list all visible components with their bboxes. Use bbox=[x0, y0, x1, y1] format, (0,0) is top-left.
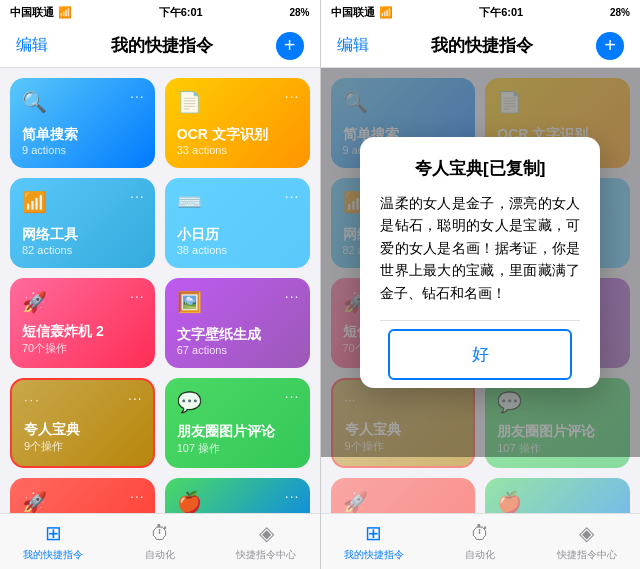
time-right: 下午6:01 bbox=[479, 5, 523, 20]
left-screen: 中国联通 📶 下午6:01 28% 编辑 我的快捷指令 + 🔍 ··· 简单搜索 bbox=[0, 0, 320, 569]
nav-bar-right: 编辑 我的快捷指令 + bbox=[321, 24, 641, 68]
shortcuts-tab-icon-r: ⊞ bbox=[365, 521, 382, 545]
edit-button-left[interactable]: 编辑 bbox=[16, 35, 48, 56]
card-text-wallpaper[interactable]: 🖼️ ··· 文字壁纸生成 67 actions bbox=[165, 278, 310, 368]
time-left: 下午6:01 bbox=[159, 5, 203, 20]
card-actions: 107 操作 bbox=[177, 441, 298, 456]
battery-right: 28% bbox=[610, 7, 630, 18]
status-left: 中国联通 📶 bbox=[10, 5, 72, 20]
tab-gallery-right[interactable]: ◈ 快捷指令中心 bbox=[534, 521, 641, 562]
tab-bar-right: ⊞ 我的快捷指令 ⏱ 自动化 ◈ 快捷指令中心 bbox=[321, 513, 641, 569]
rocket-icon: 🚀 bbox=[22, 290, 47, 314]
dots-icon: ··· bbox=[24, 392, 41, 407]
tab-label: 自动化 bbox=[465, 548, 495, 562]
card-name: 朋友圈图片评论 bbox=[177, 423, 298, 441]
page-title-left: 我的快捷指令 bbox=[111, 34, 213, 57]
card-actions: 33 actions bbox=[177, 144, 298, 156]
status-left-right: 中国联通 📶 bbox=[331, 5, 393, 20]
tab-gallery-left[interactable]: ◈ 快捷指令中心 bbox=[213, 521, 320, 562]
more-icon[interactable]: ··· bbox=[285, 388, 300, 404]
more-icon[interactable]: ··· bbox=[130, 88, 145, 104]
modal-body: 温柔的女人是金子，漂亮的女人是钻石，聪明的女人是宝藏，可爱的女人是名画！据考证，… bbox=[380, 192, 580, 304]
card-name: 文字壁纸生成 bbox=[177, 326, 298, 344]
ocr-icon: 📄 bbox=[177, 90, 202, 114]
image-icon: 🖼️ bbox=[177, 290, 202, 314]
gallery-tab-icon-r: ◈ bbox=[579, 521, 594, 545]
card-name: 小日历 bbox=[177, 226, 298, 244]
apple-icon: 🍎 bbox=[177, 490, 202, 513]
status-bar-left: 中国联通 📶 下午6:01 28% bbox=[0, 0, 320, 24]
shortcuts-grid-right: 🔍 简单搜索 9 actions 📄 OCR 文字识别 33 actions bbox=[321, 68, 641, 513]
right-screen: 中国联通 📶 下午6:01 28% 编辑 我的快捷指令 + 🔍 简单搜索 9 a… bbox=[321, 0, 641, 569]
card-apple-card-right: 🍎 ● Apple Card 生成器 45 actions bbox=[485, 478, 630, 513]
card-name: OCR 文字识别 bbox=[177, 126, 298, 144]
modal-dialog: 夸人宝典[已复制] 温柔的女人是金子，漂亮的女人是钻石，聪明的女人是宝藏，可爱的… bbox=[360, 137, 600, 388]
card-apple-card[interactable]: 🍎 ··· ● Apple Card 生成器 45 actions bbox=[165, 478, 310, 513]
tab-label: 自动化 bbox=[145, 548, 175, 562]
tab-automation-left[interactable]: ⏱ 自动化 bbox=[107, 522, 214, 562]
rocket2-icon-r: 🚀 bbox=[343, 490, 368, 513]
search-icon: 🔍 bbox=[22, 90, 47, 114]
gallery-tab-icon: ◈ bbox=[259, 521, 274, 545]
card-name: 简单搜索 bbox=[22, 126, 143, 144]
status-right-right: 28% bbox=[610, 7, 630, 18]
more-icon[interactable]: ··· bbox=[285, 188, 300, 204]
card-friend-comment[interactable]: 💬 ··· 朋友圈图片评论 107 操作 bbox=[165, 378, 310, 468]
add-button-right[interactable]: + bbox=[596, 32, 624, 60]
card-tiktok[interactable]: 🚀 ··· 抖音国际版安装 14 actions bbox=[10, 478, 155, 513]
card-name: 网络工具 bbox=[22, 226, 143, 244]
more-icon[interactable]: ··· bbox=[285, 88, 300, 104]
tab-label: 快捷指令中心 bbox=[236, 548, 296, 562]
battery-left: 28% bbox=[289, 7, 309, 18]
card-name: 短信轰炸机 2 bbox=[22, 323, 143, 341]
tab-label: 快捷指令中心 bbox=[557, 548, 617, 562]
tab-my-shortcuts-left[interactable]: ⊞ 我的快捷指令 bbox=[0, 521, 107, 562]
modal-ok-button[interactable]: 好 bbox=[388, 329, 572, 380]
card-ocr[interactable]: 📄 ··· OCR 文字识别 33 actions bbox=[165, 78, 310, 168]
card-actions: 82 actions bbox=[22, 244, 143, 256]
tab-label: 我的快捷指令 bbox=[23, 548, 83, 562]
card-mini-calendar[interactable]: ⌨️ ··· 小日历 38 actions bbox=[165, 178, 310, 268]
add-button-left[interactable]: + bbox=[276, 32, 304, 60]
more-icon[interactable]: ··· bbox=[285, 288, 300, 304]
wifi-icon: 📶 bbox=[58, 6, 72, 19]
chat-icon: 💬 bbox=[177, 390, 202, 414]
wifi-icon: 📶 bbox=[22, 190, 47, 214]
rocket2-icon: 🚀 bbox=[22, 490, 47, 513]
tab-my-shortcuts-right[interactable]: ⊞ 我的快捷指令 bbox=[321, 521, 428, 562]
card-tiktok-right: 🚀 抖音国际版安装 14 actions bbox=[331, 478, 476, 513]
page-title-right: 我的快捷指令 bbox=[431, 34, 533, 57]
status-bar-right: 中国联通 📶 下午6:01 28% bbox=[321, 0, 641, 24]
tab-label: 我的快捷指令 bbox=[344, 548, 404, 562]
automation-tab-icon-r: ⏱ bbox=[470, 522, 490, 545]
nav-bar-left: 编辑 我的快捷指令 + bbox=[0, 24, 320, 68]
card-actions: 38 actions bbox=[177, 244, 298, 256]
card-actions: 9个操作 bbox=[24, 439, 141, 454]
more-icon[interactable]: ··· bbox=[285, 488, 300, 504]
modal-overlay: 夸人宝典[已复制] 温柔的女人是金子，漂亮的女人是钻石，聪明的女人是宝藏，可爱的… bbox=[321, 68, 641, 457]
wifi-icon-right: 📶 bbox=[379, 6, 393, 19]
tab-automation-right[interactable]: ⏱ 自动化 bbox=[427, 522, 534, 562]
automation-tab-icon: ⏱ bbox=[150, 522, 170, 545]
card-sms-bomber[interactable]: 🚀 ··· 短信轰炸机 2 70个操作 bbox=[10, 278, 155, 368]
more-icon[interactable]: ··· bbox=[128, 390, 143, 406]
shortcuts-tab-icon: ⊞ bbox=[45, 521, 62, 545]
card-network-tool[interactable]: 📶 ··· 网络工具 82 actions bbox=[10, 178, 155, 268]
keyboard-icon: ⌨️ bbox=[177, 190, 202, 214]
more-icon[interactable]: ··· bbox=[130, 288, 145, 304]
card-praise-treasure[interactable]: ··· ··· 夸人宝典 9个操作 bbox=[10, 378, 155, 468]
more-icon[interactable]: ··· bbox=[130, 188, 145, 204]
apple-icon-r: 🍎 bbox=[497, 490, 522, 513]
more-icon[interactable]: ··· bbox=[130, 488, 145, 504]
shortcuts-grid-left: 🔍 ··· 简单搜索 9 actions 📄 ··· OCR 文字识别 33 a… bbox=[0, 68, 320, 513]
edit-button-right[interactable]: 编辑 bbox=[337, 35, 369, 56]
card-actions: 70个操作 bbox=[22, 341, 143, 356]
card-actions: 67 actions bbox=[177, 344, 298, 356]
tab-bar-left: ⊞ 我的快捷指令 ⏱ 自动化 ◈ 快捷指令中心 bbox=[0, 513, 320, 569]
carrier-right: 中国联通 bbox=[331, 5, 375, 20]
carrier-left: 中国联通 bbox=[10, 5, 54, 20]
status-right-left: 28% bbox=[289, 7, 309, 18]
modal-footer: 好 bbox=[380, 320, 580, 388]
card-simple-search[interactable]: 🔍 ··· 简单搜索 9 actions bbox=[10, 78, 155, 168]
card-actions: 9 actions bbox=[22, 144, 143, 156]
